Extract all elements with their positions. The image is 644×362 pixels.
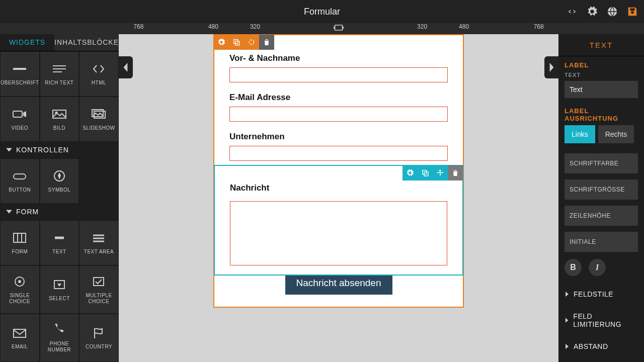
save-icon[interactable]: [627, 6, 638, 17]
field-company: Unternehmen: [229, 132, 448, 161]
widget-text[interactable]: TEXT: [40, 220, 79, 265]
panel-collapse-right[interactable]: [544, 56, 558, 78]
widget-email[interactable]: EMAIL: [0, 314, 40, 362]
field-settings-button[interactable]: [403, 165, 418, 180]
code-icon[interactable]: [567, 6, 578, 17]
chevron-down-icon: [6, 147, 12, 153]
widget-label: PHONE NUMBER: [40, 341, 79, 353]
accordion-spacing[interactable]: ABSTAND: [558, 335, 644, 357]
left-tabs: WIDGETS INHALTSBLÖCKE: [0, 34, 119, 51]
widget-label: EMAIL: [12, 344, 28, 350]
widget-phone[interactable]: PHONE NUMBER: [40, 314, 79, 362]
section-controls[interactable]: KONTROLLEN: [0, 142, 119, 158]
block-duplicate-button[interactable]: [229, 35, 244, 50]
widget-richtext[interactable]: RICH TEXT: [40, 51, 79, 97]
svg-marker-32: [124, 63, 128, 72]
widget-label: TEXT: [52, 249, 66, 255]
svg-marker-33: [550, 63, 554, 72]
widget-video[interactable]: VIDEO: [0, 97, 40, 142]
svg-point-26: [18, 280, 21, 283]
italic-button[interactable]: I: [589, 259, 606, 276]
widget-label: HTML: [92, 80, 106, 86]
block-refresh-button[interactable]: [244, 35, 259, 50]
block-delete-button[interactable]: [259, 35, 274, 50]
right-panel: TEXT LABEL TEXT LABEL AUSRICHTUNG Links …: [558, 34, 644, 362]
widget-single-choice[interactable]: SINGLE CHOICE: [0, 265, 40, 314]
ruler-mark: 480: [208, 23, 218, 30]
selected-field-message[interactable]: Nachricht: [214, 165, 463, 276]
widget-label: ÜBERSCHRIFT: [1, 80, 39, 86]
widget-textarea[interactable]: TEXT AREA: [79, 220, 119, 265]
left-panel: WIDGETS INHALTSBLÖCKE ÜBERSCHRIFT RICH T…: [0, 34, 119, 362]
align-right-button[interactable]: Rechts: [598, 125, 634, 143]
field-duplicate-button[interactable]: [418, 165, 433, 180]
widget-symbol[interactable]: SYMBOL: [40, 158, 79, 204]
widget-label: SLIDESHOW: [83, 125, 115, 131]
right-tab-text[interactable]: TEXT: [558, 34, 644, 56]
text-icon: [51, 231, 68, 245]
widget-heading[interactable]: ÜBERSCHRIFT: [0, 51, 40, 97]
widget-label: VIDEO: [11, 125, 28, 131]
widget-label: MULTIPLE CHOICE: [79, 293, 118, 305]
svg-marker-14: [6, 148, 12, 152]
svg-marker-17: [6, 210, 12, 214]
tab-content-blocks[interactable]: INHALTSBLÖCKE: [54, 34, 119, 51]
widget-label: TEXT AREA: [84, 249, 114, 255]
widget-country[interactable]: COUNTRY: [79, 314, 119, 362]
widget-label: SYMBOL: [48, 187, 71, 193]
field-label: Vor- & Nachname: [229, 53, 448, 63]
label-text-input[interactable]: [565, 81, 638, 98]
panel-collapse-left[interactable]: [119, 56, 133, 78]
widget-image[interactable]: BILD: [40, 97, 79, 142]
email-input[interactable]: [229, 107, 448, 122]
widget-multiple-choice[interactable]: MULTIPLE CHOICE: [79, 265, 119, 314]
widget-html[interactable]: HTML: [79, 51, 119, 97]
bold-button[interactable]: B: [565, 259, 582, 276]
field-delete-button[interactable]: [448, 165, 463, 180]
svg-rect-29: [94, 278, 104, 286]
section-form[interactable]: FORM: [0, 204, 119, 220]
page-title: Formular: [0, 7, 644, 17]
block-settings-button[interactable]: [214, 35, 229, 50]
form-fields: Vor- & Nachname E-Mail Adresse Unternehm…: [214, 35, 463, 166]
prop-initial[interactable]: INITIALE: [565, 232, 638, 252]
prop-font-color[interactable]: SCHRIFTFARBE: [565, 153, 638, 173]
tab-widgets[interactable]: WIDGETS: [0, 34, 54, 51]
widget-grid-controls: BUTTON SYMBOL: [0, 158, 119, 204]
gear-icon[interactable]: [587, 6, 598, 17]
form-block[interactable]: Vor- & Nachname E-Mail Adresse Unternehm…: [213, 34, 464, 308]
svg-rect-2: [334, 27, 335, 28]
widget-label: FORM: [12, 249, 28, 255]
svg-rect-30: [14, 329, 26, 337]
widget-slideshow[interactable]: SLIDESHOW: [79, 97, 119, 142]
section-label: KONTROLLEN: [16, 146, 69, 154]
company-input[interactable]: [229, 146, 448, 161]
prop-font-size[interactable]: SCHRIFTGRÖSSE: [565, 179, 638, 200]
widget-grid-form: FORM TEXT TEXT AREA SINGLE CHOICE SELECT…: [0, 220, 119, 362]
chevron-right-icon: [565, 344, 570, 349]
field-name: Vor- & Nachname: [229, 53, 448, 82]
field-move-button[interactable]: [433, 165, 448, 180]
svg-rect-3: [343, 27, 344, 28]
widget-form[interactable]: FORM: [0, 220, 40, 265]
accordion-label: FELD LIMITIERUNG: [573, 312, 638, 328]
field-toolbar: [403, 165, 463, 180]
widget-select[interactable]: SELECT: [40, 265, 79, 314]
message-textarea[interactable]: [230, 201, 447, 265]
ruler-mark: 768: [534, 23, 544, 30]
ruler-mark: 768: [133, 23, 143, 30]
prop-line-height[interactable]: ZEILENHÖHE: [565, 206, 638, 226]
richtext-icon: [51, 62, 68, 76]
widget-button[interactable]: BUTTON: [0, 158, 40, 204]
device-icon: [334, 24, 344, 33]
name-input[interactable]: [229, 67, 448, 82]
canvas[interactable]: Vor- & Nachname E-Mail Adresse Unternehm…: [119, 34, 558, 362]
accordion-field-limitation[interactable]: FELD LIMITIERUNG: [558, 305, 644, 335]
globe-icon[interactable]: [607, 6, 618, 17]
svg-marker-41: [566, 344, 569, 349]
align-left-button[interactable]: Links: [565, 125, 595, 143]
accordion-field-styles[interactable]: FELDSTILE: [558, 283, 644, 305]
section-title: LABEL AUSRICHTUNG: [565, 107, 638, 122]
svg-marker-39: [566, 292, 569, 297]
top-icon-group: [567, 6, 638, 17]
